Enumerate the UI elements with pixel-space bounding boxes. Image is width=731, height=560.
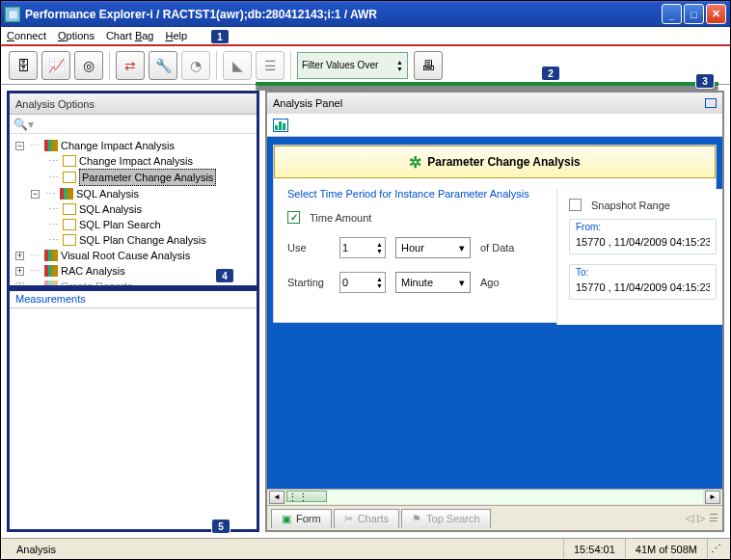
callout-badge-2: 2 <box>541 66 560 81</box>
use-amount-input[interactable]: 1▲▼ <box>339 237 386 258</box>
scissors-icon: ✂ <box>344 513 353 525</box>
toolbar-btn-print[interactable]: 🖶 <box>414 51 443 80</box>
app-icon: ▦ <box>5 7 20 22</box>
maximize-button[interactable]: □ <box>684 4 704 24</box>
left-column: Analysis Options 🔍▾ −⋯Change Impact Anal… <box>7 91 259 532</box>
filter-values-combo[interactable]: Filter Values Over ▲▼ <box>297 52 408 79</box>
grey-accent-bar <box>256 86 718 91</box>
tree-node-sql-child[interactable]: ⋯SQL Analysis <box>12 201 255 217</box>
to-value: 15770 , 11/04/2009 04:15:23 <box>576 278 710 293</box>
starting-label: Starting <box>287 277 330 288</box>
ago-label: Ago <box>480 277 500 288</box>
tab-nav-prev[interactable]: ◁ <box>686 512 693 524</box>
toolbar-btn-flow[interactable]: ⇄ <box>116 51 145 80</box>
toolbar-btn-area[interactable]: ◣ <box>223 51 252 80</box>
tree-node-change-impact-child[interactable]: ⋯Change Impact Analysis <box>12 153 255 169</box>
toolbar-btn-target[interactable]: ◎ <box>74 51 103 80</box>
chart-icon[interactable] <box>273 119 288 132</box>
analysis-panel-toolrow <box>267 114 722 137</box>
analysis-panel-title: Analysis Panel <box>273 97 342 109</box>
doc-icon <box>63 234 76 246</box>
toolbar-btn-list[interactable]: ☰ <box>256 51 284 80</box>
bars-icon <box>44 265 58 277</box>
snapshot-range-column: Snapshot Range From: 15770 , 11/04/2009 … <box>556 189 722 325</box>
callout-badge-4: 4 <box>215 268 234 283</box>
scroll-thumb[interactable]: ⋮⋮ <box>286 491 327 502</box>
bars-icon <box>44 280 58 285</box>
analysis-options-panel: Analysis Options 🔍▾ −⋯Change Impact Anal… <box>7 91 259 288</box>
bottom-tabs: ▣Form ✂Charts ⚑Top Search ◁ ▷ ☰ <box>267 505 722 530</box>
tab-nav-next[interactable]: ▷ <box>697 512 705 524</box>
tab-nav: ◁ ▷ ☰ <box>686 512 718 524</box>
tree-node-parameter-change[interactable]: ⋯Parameter Change Analysis <box>12 169 255 186</box>
tree-node-change-impact[interactable]: −⋯Change Impact Analysis <box>12 138 255 153</box>
time-amount-label: Time Amount <box>310 212 371 224</box>
minimize-button[interactable]: _ <box>662 4 682 24</box>
gear-icon: ✲ <box>409 153 421 172</box>
tree-node-sql-plan-change[interactable]: ⋯SQL Plan Change Analysis <box>12 232 255 248</box>
horizontal-scrollbar[interactable]: ◄ ⋮⋮ ► <box>267 489 722 505</box>
toolbar-btn-wrench[interactable]: 🔧 <box>149 51 177 80</box>
analysis-tree: −⋯Change Impact Analysis ⋯Change Impact … <box>10 134 257 285</box>
snapshot-range-label: Snapshot Range <box>591 200 670 211</box>
doc-icon <box>63 203 76 215</box>
status-time: 15:54:01 <box>563 539 625 559</box>
form-title-text: Parameter Change Analysis <box>427 155 580 169</box>
tab-top-search[interactable]: ⚑Top Search <box>401 509 491 528</box>
to-field[interactable]: To: 15770 , 11/04/2009 04:15:23 <box>569 264 717 300</box>
tree-node-visual-root[interactable]: +⋯Visual Root Cause Analysis <box>12 248 255 263</box>
doc-icon <box>63 155 76 167</box>
status-memory: 41M of 508M <box>625 539 707 559</box>
analysis-panel-body: ✲ Parameter Change Analysis Select Time … <box>267 137 722 489</box>
tree-node-sql[interactable]: −⋯SQL Analysis <box>12 186 255 201</box>
menu-help[interactable]: Help <box>165 30 187 41</box>
form-tab-icon: ▣ <box>282 513 291 525</box>
scroll-track[interactable]: ⋮⋮ <box>286 491 703 504</box>
bars-icon <box>44 250 58 261</box>
scroll-right-button[interactable]: ► <box>705 491 720 504</box>
statusbar: Analysis 15:54:01 41M of 508M ⋰ <box>1 538 730 559</box>
from-field[interactable]: From: 15770 , 11/04/2009 04:15:23 <box>569 219 717 254</box>
app-window: ▦ Performance Explorer-i / RACTST1(awr);… <box>0 0 731 560</box>
use-label: Use <box>287 242 330 253</box>
flag-icon: ⚑ <box>412 513 421 525</box>
measurements-panel: Measurements <box>7 288 259 532</box>
menu-connect[interactable]: CConnectonnect <box>7 30 46 41</box>
tree-node-sql-plan[interactable]: ⋯SQL Plan Search <box>12 217 255 232</box>
menu-chart-bag[interactable]: Chart Bag <box>106 30 154 41</box>
panel-maximize-icon[interactable] <box>705 98 717 108</box>
to-label: To: <box>576 267 710 278</box>
callout-badge-1: 1 <box>210 29 230 44</box>
analysis-panel-header: Analysis Panel <box>267 93 722 114</box>
use-unit-select[interactable]: Hour▾ <box>395 237 471 258</box>
filter-spinner[interactable]: ▲▼ <box>396 59 403 72</box>
menu-options[interactable]: Options <box>58 30 95 41</box>
toolbar: 🗄 📈 ◎ ⇄ 🔧 ◔ ◣ ☰ Filter Values Over ▲▼ 🖶 <box>1 46 730 85</box>
status-grip: ⋰ <box>707 539 724 559</box>
starting-amount-input[interactable]: 0▲▼ <box>339 272 386 293</box>
bars-icon <box>44 140 58 151</box>
titlebar: ▦ Performance Explorer-i / RACTST1(awr);… <box>1 1 730 27</box>
tree-search[interactable]: 🔍▾ <box>10 115 257 134</box>
from-value: 15770 , 11/04/2009 04:15:23 <box>576 232 710 248</box>
menubar: CConnectonnect Options Chart Bag Help <box>1 27 730 46</box>
measurements-header: Measurements <box>10 291 257 308</box>
filter-label: Filter Values Over <box>302 60 378 70</box>
doc-icon <box>63 219 76 230</box>
toolbar-btn-db[interactable]: 🗄 <box>9 51 38 80</box>
callout-badge-3: 3 <box>695 73 715 89</box>
toolbar-btn-brush[interactable]: ◔ <box>181 51 210 80</box>
snapshot-range-checkbox[interactable] <box>569 199 582 211</box>
tab-form[interactable]: ▣Form <box>271 509 332 528</box>
time-amount-checkbox[interactable]: ✓ <box>287 211 300 224</box>
close-button[interactable]: ✕ <box>706 4 726 24</box>
form-title-bar: ✲ Parameter Change Analysis <box>274 146 716 178</box>
starting-unit-select[interactable]: Minute▾ <box>395 272 471 293</box>
toolbar-btn-chart[interactable]: 📈 <box>41 51 70 80</box>
analysis-options-header: Analysis Options <box>10 93 257 115</box>
tab-charts[interactable]: ✂Charts <box>334 509 399 528</box>
content-area: Analysis Options 🔍▾ −⋯Change Impact Anal… <box>1 85 730 538</box>
scroll-left-button[interactable]: ◄ <box>269 491 284 504</box>
analysis-panel: Analysis Panel ✲ Parameter Change Analys… <box>265 91 724 532</box>
tab-nav-menu[interactable]: ☰ <box>709 512 718 524</box>
